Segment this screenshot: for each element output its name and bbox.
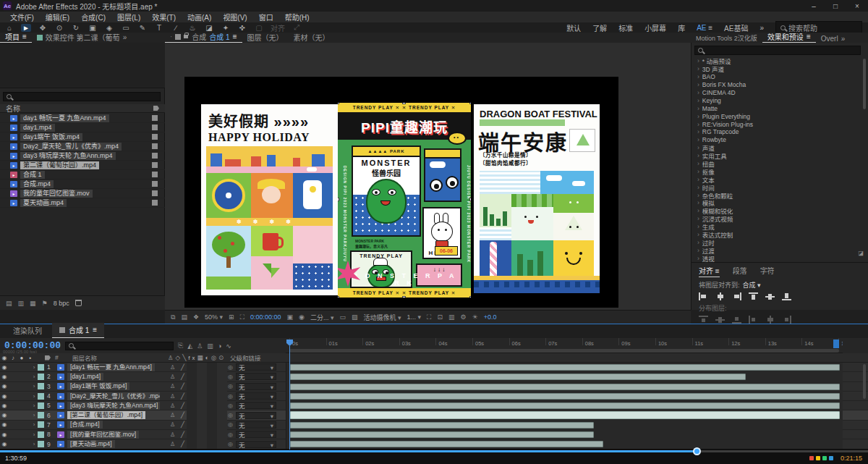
item-checkbox[interactable] <box>152 115 158 121</box>
layer-expander-icon[interactable]: › <box>30 402 38 409</box>
eye-icon[interactable]: ◉ <box>0 383 9 389</box>
layer-name[interactable]: [Day2_摩天轮_雪儿《优秀》.mp4] <box>67 392 160 400</box>
layer-name[interactable]: [day1.mp4] <box>67 373 103 381</box>
quality-switch[interactable]: ╱ <box>178 441 187 447</box>
effects-category-row[interactable]: › 杂色和颗粒 <box>693 191 861 199</box>
new-folder-icon[interactable]: ▥ <box>18 300 25 307</box>
item-checkbox[interactable] <box>152 134 158 140</box>
layer-row[interactable]: ◉ › 6 ▸ [第二课（葡萄乐园）.mp4] ♙ ╱ ◎ 无▾ <box>0 410 868 420</box>
expander-icon[interactable]: › <box>697 113 699 120</box>
eye-icon[interactable]: ◉ <box>0 374 9 380</box>
layer-track-lane[interactable] <box>286 439 843 449</box>
puppet-pin-tool-icon[interactable]: ✜ <box>237 24 247 32</box>
flowchart-icon[interactable]: ⚙ <box>460 313 466 321</box>
quality-switch[interactable]: ╱ <box>178 412 187 418</box>
expander-icon[interactable]: › <box>697 207 699 214</box>
graph-editor-icon[interactable]: ∿ <box>226 342 231 350</box>
effects-category-row[interactable]: › 模拟 <box>693 199 861 207</box>
layer-expander-icon[interactable]: › <box>30 431 38 438</box>
layer-expander-icon[interactable]: › <box>30 412 38 418</box>
work-area-bar[interactable] <box>289 349 839 353</box>
layer-label-chip[interactable] <box>38 441 44 447</box>
expander-icon[interactable]: › <box>697 136 699 143</box>
roto-brush-tool-icon[interactable]: ✦ <box>221 24 231 32</box>
parent-dropdown[interactable]: 无▾ <box>236 412 276 419</box>
quality-switch[interactable]: ╱ <box>178 431 187 438</box>
layer-row[interactable]: ◉ › 2 ▸ [day1.mp4] ♙ ╱ ◎ 无▾ <box>0 372 868 381</box>
eye-icon[interactable]: ◉ <box>0 421 9 428</box>
poster-happy-holiday[interactable]: 美好假期 »»»» HAPPY HOLIDAY <box>201 104 338 295</box>
layer-duration-bar[interactable] <box>290 364 840 371</box>
project-item-row[interactable]: ▸ day1.mp4 <box>0 123 165 132</box>
motion-blur-icon[interactable]: ◑ <box>218 342 221 350</box>
grid-guides-icon[interactable]: ⊞ <box>229 313 234 321</box>
item-checkbox[interactable] <box>152 143 158 149</box>
item-checkbox[interactable] <box>152 172 158 177</box>
effects-category-row[interactable]: › 文本 <box>693 175 861 183</box>
parent-link-column[interactable]: 父级和链接 <box>230 353 261 362</box>
layer-name[interactable]: [合成.mp4] <box>67 421 103 429</box>
parent-dropdown[interactable]: 无▾ <box>236 363 276 371</box>
parent-dropdown[interactable]: 无▾ <box>236 383 276 390</box>
distribute-top-button[interactable] <box>699 316 708 324</box>
layer-expander-icon[interactable]: › <box>30 374 38 380</box>
channel-icon[interactable]: ❖ <box>193 313 199 321</box>
menu-item[interactable]: 动画(A) <box>182 12 217 22</box>
expander-icon[interactable]: › <box>697 73 699 80</box>
project-item-row[interactable]: ▸ day1 畅玩一夏 九鱼Ann.mp4 <box>0 114 165 123</box>
layer-label-chip[interactable] <box>38 393 44 400</box>
project-item-row[interactable]: ▸ Day2_摩天轮_雪儿《优秀》.mp4 <box>0 142 165 151</box>
brush-tool-icon[interactable]: ∕ <box>171 24 181 32</box>
parent-pickwhip-icon[interactable]: ◎ <box>228 402 233 409</box>
selection-handle[interactable] <box>338 198 339 201</box>
camera-tool-icon[interactable]: ▣ <box>88 24 98 32</box>
workspace-ae[interactable]: AE ≡ <box>697 24 712 32</box>
selection-tool-icon[interactable]: ► <box>21 24 31 32</box>
layer-duration-bar[interactable] <box>290 393 840 400</box>
project-item-row[interactable]: ▸ 夏天动画.mp4 <box>0 198 165 208</box>
selection-handle[interactable] <box>402 296 406 298</box>
layer-row[interactable]: ◉ › 7 ▸ [合成.mp4] ♙ ╱ ◎ 无▾ <box>0 421 868 430</box>
expander-icon[interactable]: › <box>697 81 699 88</box>
quality-switch[interactable]: ╱ <box>178 374 187 380</box>
quality-switch[interactable]: ╱ <box>178 421 187 428</box>
layer-label-chip[interactable] <box>38 402 44 409</box>
expander-icon[interactable]: › <box>697 160 699 167</box>
tab-layer[interactable]: 图层（无） <box>242 32 289 43</box>
expander-icon[interactable]: › <box>697 215 699 222</box>
tab-effects-presets[interactable]: 效果和预设 ≡ <box>762 31 816 43</box>
expander-icon[interactable]: › <box>697 105 699 112</box>
flag-icon[interactable]: ⚑ <box>42 300 48 307</box>
eye-icon[interactable]: ◉ <box>0 441 9 447</box>
project-item-row[interactable]: ▸ 第二课（葡萄乐园）.mp4 <box>0 161 165 170</box>
align-bottom-button[interactable] <box>782 292 791 300</box>
shy-switch[interactable]: ♙ <box>168 383 177 389</box>
zoom-tool-icon[interactable]: ⊙ <box>54 24 64 32</box>
layer-track-lane[interactable] <box>286 382 843 392</box>
item-checkbox[interactable] <box>152 125 158 130</box>
eye-icon[interactable]: ◉ <box>0 364 9 371</box>
tab-motion-tools[interactable]: Motion Tools 2汉化版 <box>691 33 762 43</box>
effects-category-row[interactable]: › CINEMA 4D <box>693 89 861 97</box>
hide-shy-layers-icon[interactable]: ♙ <box>197 342 203 350</box>
parent-dropdown[interactable]: 无▾ <box>236 441 276 448</box>
type-tool-icon[interactable]: T <box>154 24 164 32</box>
tab-render-queue[interactable]: 渲染队列 <box>0 325 52 338</box>
expander-icon[interactable]: › <box>697 184 699 191</box>
viewer-timecode[interactable]: 0:00:00:00 <box>250 313 281 321</box>
layer-duration-bar[interactable] <box>290 441 603 447</box>
menu-item[interactable]: 效果(T) <box>146 12 182 22</box>
item-checkbox[interactable] <box>152 181 158 187</box>
effects-category-row[interactable]: › 抠像 <box>693 167 861 175</box>
quality-switch[interactable]: ╱ <box>178 383 187 389</box>
expander-icon[interactable]: › <box>697 152 699 159</box>
shy-switch[interactable]: ♙ <box>168 431 177 438</box>
expander-icon[interactable]: › <box>697 57 699 64</box>
shy-switch[interactable]: ♙ <box>168 412 177 418</box>
shy-switch[interactable]: ♙ <box>168 393 177 400</box>
distribute-left-button[interactable] <box>749 316 758 324</box>
layer-expander-icon[interactable]: › <box>30 393 38 400</box>
minimize-button[interactable]: – <box>803 0 825 12</box>
quality-switch[interactable]: ╱ <box>178 393 187 400</box>
parent-pickwhip-icon[interactable]: ◎ <box>228 412 233 418</box>
